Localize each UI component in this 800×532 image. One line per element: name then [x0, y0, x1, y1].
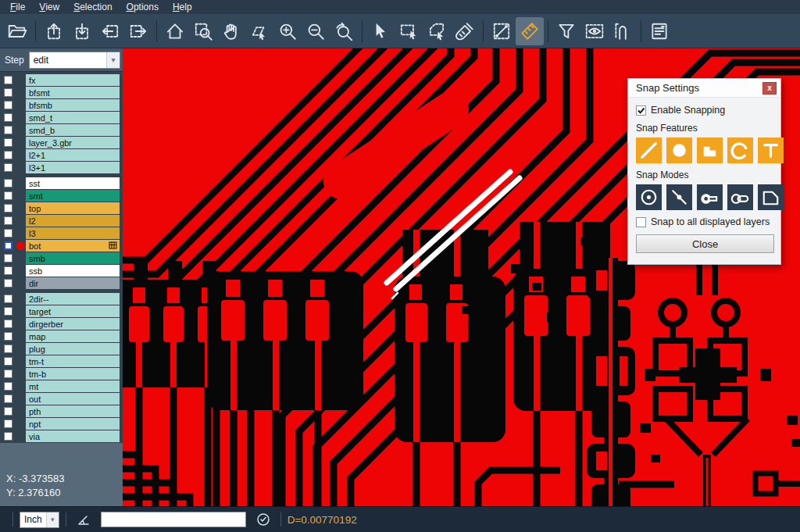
layer-row-l3[interactable]: l3 [0, 227, 123, 239]
layer-checkbox[interactable] [4, 216, 12, 225]
layer-label[interactable]: ssb [26, 265, 120, 277]
select-arrow-button[interactable] [366, 17, 395, 45]
layer-checkbox[interactable] [4, 76, 12, 84]
layer-row-npt[interactable]: npt [0, 418, 123, 430]
layer-label[interactable]: npt [26, 418, 120, 430]
layer-row-map[interactable]: map [0, 330, 123, 342]
layer-label[interactable]: smd_t [26, 112, 120, 123]
layer-checkbox[interactable] [4, 191, 12, 200]
layer-label[interactable]: smt [26, 190, 120, 202]
clean-brush-button[interactable] [451, 17, 479, 45]
layer-label[interactable]: 2dir-- [26, 293, 120, 305]
enable-snapping-row[interactable]: Enable Snapping [636, 105, 773, 116]
zoom-out-button[interactable] [302, 17, 330, 45]
layer-checkbox[interactable] [4, 138, 12, 147]
layer-row-bfsmt[interactable]: bfsmt [0, 87, 123, 98]
layer-row-l2+1[interactable]: l2+1 [0, 149, 123, 161]
layer-row-plug[interactable]: plug [0, 343, 123, 355]
unit-select[interactable]: Inch ▾ [20, 512, 59, 528]
zoom-selection-button[interactable] [245, 17, 273, 45]
close-button[interactable]: Close [636, 234, 774, 253]
layer-checkbox[interactable] [4, 370, 12, 378]
filter-funnel-button[interactable] [552, 17, 580, 45]
ruler-button[interactable] [516, 17, 544, 45]
layer-checkbox[interactable] [4, 266, 12, 275]
enable-snapping-checkbox[interactable] [636, 105, 646, 116]
layer-checkbox[interactable] [4, 279, 12, 287]
layer-row-2dir--[interactable]: 2dir-- [0, 293, 123, 305]
layer-row-pth[interactable]: pth [0, 405, 123, 417]
layer-label[interactable]: smb [26, 252, 120, 264]
snap-mode-slot-filled-button[interactable] [697, 184, 723, 210]
layer-label[interactable]: tm-b [26, 368, 120, 380]
measure-input[interactable] [101, 512, 246, 527]
layer-checkbox[interactable] [4, 88, 12, 97]
snap-feature-text-button[interactable] [758, 137, 784, 163]
layer-row-smt[interactable]: smt [0, 190, 123, 202]
layer-checkbox[interactable] [4, 204, 12, 212]
snap-mode-center-button[interactable] [636, 184, 662, 210]
layer-checkbox[interactable] [4, 151, 12, 159]
nudge-right-button[interactable] [124, 17, 152, 45]
menu-options[interactable]: Options [120, 0, 166, 14]
layer-label[interactable]: l3+1 [26, 162, 120, 173]
layer-checkbox[interactable] [4, 295, 12, 303]
layer-checkbox[interactable] [4, 179, 12, 187]
layer-checkbox[interactable] [4, 254, 12, 262]
layer-row-l3+1[interactable]: l3+1 [0, 162, 123, 173]
snap-all-layers-checkbox[interactable] [636, 217, 646, 227]
layer-row-fx[interactable]: fx [0, 74, 123, 86]
layer-row-layer_3.gbr[interactable]: layer_3.gbr [0, 137, 123, 148]
apply-check-icon[interactable] [255, 512, 271, 527]
view-eye-button[interactable] [580, 17, 609, 45]
layer-label[interactable]: map [26, 330, 120, 342]
snap-feature-arc-button[interactable] [727, 137, 753, 163]
snap-magnet-button[interactable] [609, 17, 637, 45]
dialog-close-icon[interactable]: x [762, 82, 777, 95]
select-polygon-button[interactable] [423, 17, 451, 45]
layer-label[interactable]: l3 [26, 227, 120, 239]
layer-row-ssb[interactable]: ssb [0, 265, 123, 277]
layer-row-sst[interactable]: sst [0, 177, 123, 189]
layer-row-tm-t[interactable]: tm-t [0, 355, 123, 367]
layer-row-bot[interactable]: bot [0, 240, 123, 252]
snap-mode-slot-outline-button[interactable] [727, 184, 753, 210]
layer-row-target[interactable]: target [0, 305, 123, 317]
layer-checkbox[interactable] [4, 113, 12, 122]
layer-checkbox[interactable] [4, 241, 12, 250]
grid-icon[interactable] [109, 241, 117, 251]
nudge-up-button[interactable] [40, 17, 68, 45]
layer-row-dir[interactable]: dir [0, 277, 123, 289]
layer-checkbox[interactable] [4, 345, 12, 353]
layer-row-bfsmb[interactable]: bfsmb [0, 99, 123, 111]
zoom-in-button[interactable] [273, 17, 302, 45]
layer-label[interactable]: dir [26, 277, 120, 289]
menu-view[interactable]: View [32, 0, 66, 14]
dialog-title-bar[interactable]: Snap Settings x [628, 79, 780, 98]
layer-checkbox[interactable] [4, 320, 12, 328]
layer-label[interactable]: bot [26, 240, 120, 252]
layer-label[interactable]: l2 [26, 215, 120, 227]
report-form-button[interactable] [645, 17, 673, 45]
layer-checkbox[interactable] [4, 126, 12, 134]
layer-label[interactable]: l2+1 [26, 149, 120, 161]
layer-checkbox[interactable] [4, 307, 12, 316]
layer-checkbox[interactable] [4, 382, 12, 391]
select-rect-button[interactable] [395, 17, 423, 45]
layer-checkbox[interactable] [4, 395, 12, 403]
layer-label[interactable]: target [26, 305, 120, 317]
layer-row-smb[interactable]: smb [0, 252, 123, 264]
layer-label[interactable]: layer_3.gbr [26, 137, 120, 148]
layer-label[interactable]: via [26, 430, 120, 442]
layer-row-smd_b[interactable]: smd_b [0, 124, 123, 136]
layer-label[interactable]: bfsmb [26, 99, 120, 111]
snap-all-layers-row[interactable]: Snap to all displayed layers [636, 216, 773, 227]
layer-checkbox[interactable] [4, 101, 12, 109]
layer-checkbox[interactable] [4, 332, 12, 341]
layer-checkbox[interactable] [4, 163, 12, 172]
layer-row-smd_t[interactable]: smd_t [0, 112, 123, 123]
layer-row-via[interactable]: via [0, 430, 123, 442]
measure-line-button[interactable] [488, 17, 516, 45]
snap-feature-circle-button[interactable] [666, 137, 692, 163]
layer-label[interactable]: out [26, 393, 120, 405]
